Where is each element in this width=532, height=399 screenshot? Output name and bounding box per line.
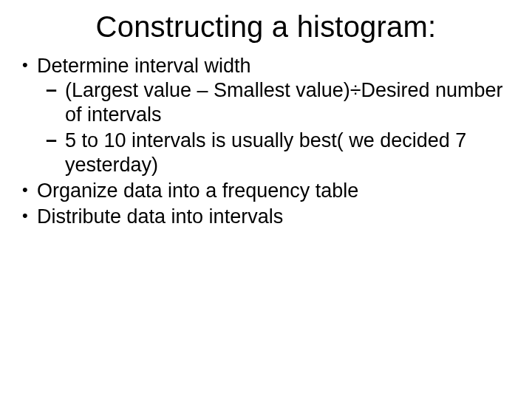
bullet-text: Determine interval width [37, 55, 251, 77]
list-item: 5 to 10 intervals is usually best( we de… [43, 129, 511, 177]
bullet-text: Distribute data into intervals [37, 205, 283, 228]
bullet-text: (Largest value – Smallest value)÷Desired… [65, 79, 503, 126]
list-item: (Largest value – Smallest value)÷Desired… [43, 78, 511, 127]
list-item: Distribute data into intervals [21, 205, 511, 229]
bullet-text: Organize data into a frequency table [37, 180, 358, 202]
sub-list: (Largest value – Smallest value)÷Desired… [37, 78, 511, 177]
bullet-list: Determine interval width (Largest value … [21, 54, 511, 229]
bullet-text: 5 to 10 intervals is usually best( we de… [65, 129, 466, 176]
slide-title: Constructing a histogram: [21, 10, 511, 44]
list-item: Determine interval width (Largest value … [21, 54, 511, 177]
list-item: Organize data into a frequency table [21, 179, 511, 203]
slide: Constructing a histogram: Determine inte… [0, 0, 532, 399]
